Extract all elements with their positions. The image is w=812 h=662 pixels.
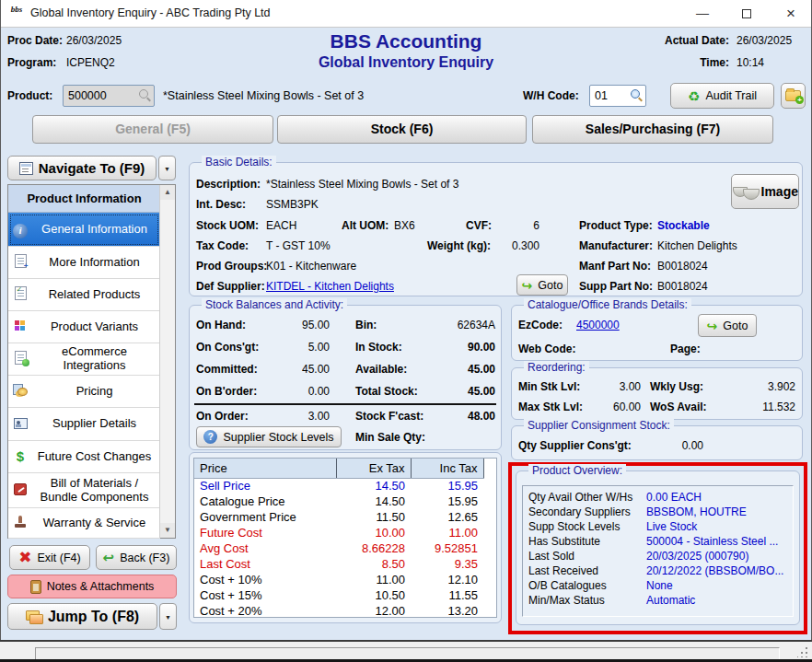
bom-wrench-icon — [12, 482, 29, 499]
min-stk-label: Min Stk Lvl: — [518, 380, 580, 393]
on-hand-value: 95.00 — [273, 319, 330, 331]
sidebar-item-ecommerce-integrations[interactable]: eCommerce Integrations — [8, 343, 160, 376]
navigate-to-dropdown[interactable]: ▼ — [158, 156, 176, 180]
stock-balances-group: Stock Balances and Activity: On Hand: 95… — [189, 305, 502, 450]
product-overview-group: Product Overview: Qty Avail Other W/Hs 0… — [516, 470, 800, 625]
tab-general[interactable]: General (F5) — [32, 115, 273, 144]
sidebar-item-supplier-details[interactable]: Supplier Details — [8, 408, 160, 441]
product-type-value: Stockable — [657, 219, 710, 232]
max-stk-value: 60.00 — [586, 401, 641, 413]
bin-label: Bin: — [355, 319, 377, 331]
web-code-label: Web Code: — [518, 343, 575, 355]
time-label: Time: — [700, 56, 729, 69]
committed-value: 45.00 — [273, 363, 330, 376]
table-row-avg-cost[interactable]: Avg Cost8.662289.52851 — [194, 540, 483, 556]
table-row-catalogue-price[interactable]: Catalogue Price14.5015.95 — [194, 494, 483, 509]
sidebar-item-more-information[interactable]: + More Information — [8, 247, 160, 279]
available-label: Available: — [355, 363, 407, 376]
jump-to-dropdown[interactable]: ▼ — [159, 603, 177, 630]
minimize-button[interactable]: — — [681, 0, 724, 27]
exit-button[interactable]: ✖ Exit (F4) — [9, 545, 90, 570]
wh-code-label: W/H Code: — [523, 89, 579, 102]
in-stock-label: In Stock: — [355, 341, 402, 354]
price-table: Price Ex Tax Inc Tax Sell Price14.5015.9… — [193, 458, 497, 618]
application-window: bbs Global Inventory Enquiry - ABC Tradi… — [0, 0, 812, 662]
sidebar-item-related-products[interactable]: ✓ Related Products — [8, 279, 160, 311]
screen-title: Global Inventory Enquiry — [184, 54, 628, 71]
resize-grip[interactable] — [797, 646, 808, 657]
jump-to-button[interactable]: Jump To (F8) — [7, 603, 157, 630]
stock-fcast-label: Stock F'cast: — [355, 410, 423, 423]
actual-date-label: Actual Date: — [665, 34, 729, 47]
table-row-sell-price[interactable]: Sell Price14.5015.95 — [194, 478, 483, 494]
sidebar-item-product-variants[interactable]: Product Variants — [8, 311, 160, 343]
description-value: *Stainless Steel Mixing Bowls - Set of 3 — [266, 178, 458, 191]
table-row-government-price[interactable]: Government Price11.5012.65 — [194, 509, 483, 525]
prod-groups-label: Prod Groups: — [196, 260, 267, 273]
int-desc-label: Int. Desc: — [196, 198, 246, 211]
notes-clipboard-icon — [30, 580, 41, 594]
has-substitute-value: 500004 - Stainless Steel ... — [646, 535, 778, 548]
on-order-label: On Order: — [196, 410, 249, 423]
reordering-legend: Reordering: — [524, 361, 589, 374]
table-row-cost-10[interactable]: Cost + 10%11.0012.10 — [194, 572, 483, 587]
table-row-last-cost[interactable]: Last Cost8.509.35 — [194, 556, 483, 572]
consignment-legend: Supplier Consignment Stock: — [524, 419, 674, 432]
available-value: 45.00 — [420, 363, 495, 376]
table-row-cost-15[interactable]: Cost + 15%10.5011.55 — [194, 587, 483, 603]
price-table-header: Price Ex Tax Inc Tax — [194, 459, 483, 478]
sidebar-item-warranty-service[interactable]: Warranty & Service — [8, 508, 160, 539]
close-button[interactable]: × — [770, 0, 812, 27]
qty-avail-other-whs-value: 0.00 EACH — [646, 491, 702, 504]
sidebar-item-pricing[interactable]: Pricing — [8, 376, 160, 408]
attachments-folder-button[interactable]: + — [781, 83, 806, 109]
image-button[interactable]: Image — [731, 174, 799, 209]
back-button[interactable]: ↩ Back (F3) — [96, 545, 177, 570]
tab-stock[interactable]: Stock (F6) — [277, 115, 527, 144]
manufacturer-value: Kitchen Delights — [657, 239, 737, 252]
def-supplier-goto-button[interactable]: ↪ Goto — [516, 274, 568, 296]
audit-trail-label: Audit Trail — [705, 89, 757, 102]
stock-uom-label: Stock UOM: — [196, 219, 259, 232]
catalogue-group: Catalogue/Office Brands Details: EzCode:… — [511, 305, 803, 361]
sidebar-nav-list: Product Information i General Informatio… — [7, 184, 176, 539]
navigate-to-button[interactable]: Navigate To (F9) — [7, 156, 157, 180]
goto-arrow-icon: ↪ — [707, 319, 718, 332]
window-title: Global Inventory Enquiry - ABC Trading P… — [30, 6, 271, 19]
maximize-button[interactable] — [725, 0, 768, 27]
actual-date-value: 26/03/2025 — [737, 34, 803, 47]
ezcode-link[interactable]: 4500000 — [576, 319, 620, 331]
app-icon: bbs — [8, 6, 25, 22]
app-title: BBS Accounting — [184, 30, 628, 52]
scroll-up-icon[interactable]: ▲ — [160, 185, 175, 200]
has-substitute-label: Has Substitute — [528, 535, 600, 548]
def-supplier-link[interactable]: KITDEL - Kitchen Delights — [266, 280, 394, 293]
supplier-stock-levels-button[interactable]: ? Supplier Stock Levels — [196, 426, 342, 447]
tax-code-value: T - GST 10% — [266, 239, 331, 252]
ezcode-goto-button[interactable]: ↪ Goto — [698, 314, 757, 337]
notes-attachments-button[interactable]: Notes & Attachments — [7, 575, 177, 598]
scroll-down-icon[interactable]: ▼ — [160, 523, 175, 538]
sidebar-item-future-cost-changes[interactable]: $ Future Cost Changes — [8, 441, 160, 473]
product-description: *Stainless Steel Mixing Bowls - Set of 3 — [163, 89, 364, 102]
min-max-status-label: Min/Max Status — [528, 594, 605, 607]
on-border-value: 0.00 — [273, 385, 330, 398]
page-plus-icon: + — [12, 254, 29, 272]
back-label: Back (F3) — [120, 552, 169, 564]
price-table-group: Price Ex Tax Inc Tax Sell Price14.5015.9… — [189, 452, 502, 623]
audit-trail-button[interactable]: ♻ Audit Trail — [670, 83, 774, 109]
table-row-cost-20[interactable]: Cost + 20%12.0013.20 — [194, 603, 483, 618]
product-search-icon[interactable] — [139, 89, 151, 101]
exit-label: Exit (F4) — [38, 552, 81, 564]
sidebar-item-bill-of-materials[interactable]: Bill of Materials / Bundle Components — [8, 473, 160, 508]
reordering-group: Reordering: Min Stk Lvl: 3.00 Wkly Usg: … — [511, 367, 803, 420]
sidebar-item-general-information[interactable]: i General Information — [8, 213, 160, 247]
product-overview-legend: Product Overview: — [528, 464, 626, 477]
tab-sales-purchasing[interactable]: Sales/Purchasing (F7) — [532, 115, 773, 144]
sidebar-scrollbar[interactable]: ▲ ▼ — [159, 185, 175, 538]
weight-value: 0.300 — [493, 239, 539, 252]
wh-code-search-icon[interactable] — [631, 89, 643, 101]
stock-separator — [194, 403, 496, 405]
wos-avail-label: WoS Avail: — [650, 401, 707, 413]
table-row-future-cost[interactable]: Future Cost10.0011.00 — [194, 525, 483, 540]
